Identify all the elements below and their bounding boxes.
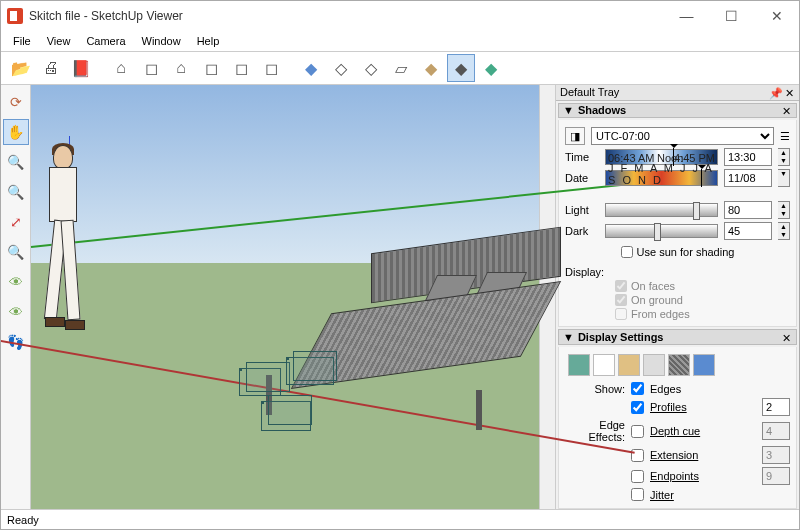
model-cube-1: [239, 368, 281, 396]
collapse-icon: ▼: [563, 104, 574, 116]
light-slider[interactable]: [605, 203, 718, 217]
menu-file[interactable]: File: [5, 33, 39, 49]
edges-checkbox[interactable]: [631, 382, 644, 395]
tray-header[interactable]: Default Tray 📌 ✕: [556, 85, 799, 101]
date-input[interactable]: 11/08: [724, 169, 772, 187]
app-icon: [7, 8, 23, 24]
shadow-details-icon[interactable]: ☰: [780, 130, 790, 143]
display-settings-header[interactable]: ▼ Display Settings ✕: [558, 329, 797, 345]
style-3-icon[interactable]: [618, 354, 640, 376]
date-dropdown[interactable]: ▼: [778, 169, 790, 187]
on-ground-label: On ground: [631, 294, 683, 306]
wireframe-icon[interactable]: ◇: [327, 54, 355, 82]
from-edges-checkbox: [615, 308, 627, 320]
tray-close-icon[interactable]: ✕: [785, 87, 795, 97]
model-bed: [321, 270, 551, 420]
status-text: Ready: [7, 514, 39, 526]
show-label: Show:: [565, 383, 625, 395]
menubar: File View Camera Window Help: [1, 31, 799, 51]
xray-icon[interactable]: ◆: [297, 54, 325, 82]
depth-input: 4: [762, 422, 790, 440]
depth-checkbox[interactable]: [631, 425, 644, 438]
menu-camera[interactable]: Camera: [78, 33, 133, 49]
shaded-icon[interactable]: ▱: [387, 54, 415, 82]
light-spinner[interactable]: ▲▼: [778, 201, 790, 219]
orbit-icon[interactable]: ⟳: [3, 89, 29, 115]
light-label: Light: [565, 204, 599, 216]
figure-person: [31, 145, 91, 355]
profiles-checkbox[interactable]: [631, 401, 644, 414]
months-label: J F M A M J J A S O N D: [608, 162, 717, 186]
mono-icon[interactable]: ◆: [447, 54, 475, 82]
statusbar: Ready: [1, 509, 799, 529]
titlebar: Skitch file - SketchUp Viewer — ☐ ✕: [1, 1, 799, 31]
time-spinner[interactable]: ▲▼: [778, 148, 790, 166]
model-info-icon[interactable]: 📕: [67, 54, 95, 82]
timezone-select[interactable]: UTC-07:00: [591, 127, 774, 145]
look-around-icon[interactable]: 👁: [3, 269, 29, 295]
window-title: Skitch file - SketchUp Viewer: [29, 9, 664, 23]
menu-help[interactable]: Help: [189, 33, 228, 49]
left-view-icon[interactable]: ◻: [257, 54, 285, 82]
hiddenline-icon[interactable]: ◇: [357, 54, 385, 82]
sun-shading-label: Use sun for shading: [637, 246, 735, 258]
edge-effects-label: Edge Effects:: [565, 419, 625, 443]
collapse-icon: ▼: [563, 331, 574, 343]
style-5-icon[interactable]: [668, 354, 690, 376]
iso-view-icon[interactable]: ⌂: [107, 54, 135, 82]
close-button[interactable]: ✕: [754, 1, 799, 31]
panel-close-icon[interactable]: ✕: [782, 332, 792, 342]
print-icon[interactable]: 🖨: [37, 54, 65, 82]
menu-window[interactable]: Window: [134, 33, 189, 49]
time-input[interactable]: 13:30: [724, 148, 772, 166]
jitter-label: Jitter: [650, 489, 674, 501]
dark-input[interactable]: 45: [724, 222, 772, 240]
profiles-label: Profiles: [650, 401, 687, 413]
display-label: Display:: [565, 266, 790, 278]
depth-label: Depth cue: [650, 425, 700, 437]
endpoints-input: 9: [762, 467, 790, 485]
menu-view[interactable]: View: [39, 33, 79, 49]
zoom-extents-icon[interactable]: ⤢: [3, 209, 29, 235]
style-1-icon[interactable]: [568, 354, 590, 376]
front-view-icon[interactable]: ⌂: [167, 54, 195, 82]
sun-shading-checkbox[interactable]: [621, 246, 633, 258]
from-edges-label: From edges: [631, 308, 690, 320]
dark-label: Dark: [565, 225, 599, 237]
viewport[interactable]: [31, 85, 539, 509]
tool-palette: ⟳ ✋ 🔍 🔍 ⤢ 🔍 👁 👁 👣: [1, 85, 31, 509]
jitter-checkbox[interactable]: [631, 488, 644, 501]
style-6-icon[interactable]: [693, 354, 715, 376]
right-view-icon[interactable]: ◻: [197, 54, 225, 82]
panel-close-icon[interactable]: ✕: [782, 105, 792, 115]
extension-label: Extension: [650, 449, 698, 461]
shaded-tex-icon[interactable]: ◆: [417, 54, 445, 82]
zoom-window-icon[interactable]: 🔍: [3, 179, 29, 205]
shadow-toggle-icon[interactable]: ◨: [565, 127, 585, 145]
back-view-icon[interactable]: ◻: [227, 54, 255, 82]
maximize-button[interactable]: ☐: [709, 1, 754, 31]
dark-spinner[interactable]: ▲▼: [778, 222, 790, 240]
dark-slider[interactable]: [605, 224, 718, 238]
pan-icon[interactable]: ✋: [3, 119, 29, 145]
zoom-icon[interactable]: 🔍: [3, 149, 29, 175]
pin-icon[interactable]: 📌: [769, 87, 779, 97]
date-slider[interactable]: J F M A M J J A S O N D: [605, 170, 718, 186]
style-buttons: [565, 351, 790, 379]
endpoints-checkbox[interactable]: [631, 470, 644, 483]
walk-icon[interactable]: 👁: [3, 299, 29, 325]
previous-icon[interactable]: 🔍: [3, 239, 29, 265]
profiles-input[interactable]: 2: [762, 398, 790, 416]
open-icon[interactable]: 📂: [7, 54, 35, 82]
light-input[interactable]: 80: [724, 201, 772, 219]
shadows-panel-header[interactable]: ▼ Shadows ✕: [558, 103, 797, 119]
on-ground-checkbox: [615, 294, 627, 306]
top-view-icon[interactable]: ◻: [137, 54, 165, 82]
shadows-title: Shadows: [578, 104, 782, 116]
style-2-icon[interactable]: [593, 354, 615, 376]
minimize-button[interactable]: —: [664, 1, 709, 31]
style-4-icon[interactable]: [643, 354, 665, 376]
color-icon[interactable]: ◆: [477, 54, 505, 82]
tray-title: Default Tray: [560, 86, 769, 98]
time-label: Time: [565, 151, 599, 163]
